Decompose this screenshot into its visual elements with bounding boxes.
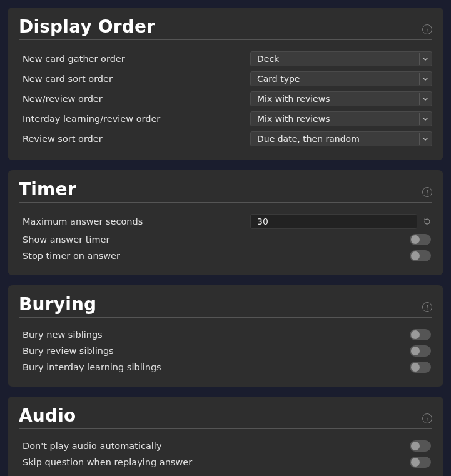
display-order-header: Display Order i <box>19 16 432 40</box>
toggle-knob <box>411 442 420 450</box>
bury-new-siblings-label: Bury new siblings <box>19 330 250 340</box>
review-sort-order-row: Review sort order Due date, then random <box>19 129 432 149</box>
select-value: Mix with reviews <box>257 114 330 124</box>
chevron-down-icon <box>419 73 428 85</box>
bury-review-siblings-toggle[interactable] <box>410 345 431 357</box>
burying-header: Burying i <box>19 294 432 318</box>
select-value: Due date, then random <box>257 134 360 144</box>
stop-timer-on-answer-toggle[interactable] <box>410 250 431 261</box>
bury-interday-learning-siblings-row: Bury interday learning siblings <box>19 359 432 375</box>
burying-panel: Burying i Bury new siblings Bury review … <box>8 285 443 387</box>
new-review-order-row: New/review order Mix with reviews <box>19 89 432 109</box>
input-value: 30 <box>257 216 268 226</box>
chevron-down-icon <box>419 53 428 65</box>
info-icon[interactable]: i <box>422 24 432 34</box>
bury-interday-learning-siblings-toggle[interactable] <box>410 362 431 373</box>
review-sort-order-select[interactable]: Due date, then random <box>250 131 432 146</box>
interday-learning-review-order-label: Interday learning/review order <box>19 114 250 124</box>
stop-timer-on-answer-label: Stop timer on answer <box>19 251 250 261</box>
chevron-down-icon <box>419 113 428 125</box>
toggle-knob <box>411 235 420 244</box>
audio-header: Audio i <box>19 405 432 429</box>
info-icon[interactable]: i <box>422 187 432 197</box>
maximum-answer-seconds-row: Maximum answer seconds 30 <box>19 211 432 231</box>
info-icon[interactable]: i <box>422 413 432 423</box>
bury-new-siblings-row: Bury new siblings <box>19 327 432 343</box>
dont-play-audio-automatically-label: Don't play audio automatically <box>19 441 250 451</box>
new-card-gather-order-label: New card gather order <box>19 54 250 64</box>
select-value: Card type <box>257 74 300 84</box>
maximum-answer-seconds-label: Maximum answer seconds <box>19 216 250 226</box>
interday-learning-review-order-row: Interday learning/review order Mix with … <box>19 109 432 129</box>
timer-header: Timer i <box>19 179 432 203</box>
show-answer-timer-label: Show answer timer <box>19 235 250 245</box>
new-review-order-label: New/review order <box>19 94 250 104</box>
bury-review-siblings-row: Bury review siblings <box>19 343 432 359</box>
show-answer-timer-row: Show answer timer <box>19 231 432 248</box>
dont-play-audio-automatically-row: Don't play audio automatically <box>19 438 432 454</box>
bury-interday-learning-siblings-label: Bury interday learning siblings <box>19 362 250 372</box>
new-review-order-select[interactable]: Mix with reviews <box>250 91 432 106</box>
interday-learning-review-order-select[interactable]: Mix with reviews <box>250 111 432 126</box>
new-card-gather-order-row: New card gather order Deck <box>19 49 432 69</box>
toggle-knob <box>411 251 420 260</box>
timer-panel: Timer i Maximum answer seconds 30 Show a… <box>8 170 443 275</box>
select-value: Deck <box>257 54 279 64</box>
show-answer-timer-toggle[interactable] <box>410 234 431 245</box>
audio-title: Audio <box>19 405 76 426</box>
new-card-gather-order-select[interactable]: Deck <box>250 51 432 66</box>
maximum-answer-seconds-input[interactable]: 30 <box>250 214 417 229</box>
toggle-knob <box>411 347 420 355</box>
new-card-sort-order-select[interactable]: Card type <box>250 71 432 86</box>
display-order-title: Display Order <box>19 16 155 37</box>
review-sort-order-label: Review sort order <box>19 134 250 144</box>
select-value: Mix with reviews <box>257 94 330 104</box>
new-card-sort-order-row: New card sort order Card type <box>19 69 432 89</box>
info-icon[interactable]: i <box>422 302 432 312</box>
chevron-down-icon <box>419 93 428 105</box>
skip-question-when-replaying-answer-row: Skip question when replaying answer <box>19 454 432 470</box>
audio-panel: Audio i Don't play audio automatically S… <box>8 397 443 476</box>
skip-question-when-replaying-answer-toggle[interactable] <box>410 457 431 468</box>
bury-new-siblings-toggle[interactable] <box>410 329 431 340</box>
toggle-knob <box>411 330 420 339</box>
timer-title: Timer <box>19 179 76 200</box>
toggle-knob <box>411 458 420 467</box>
display-order-panel: Display Order i New card gather order De… <box>8 8 443 160</box>
reset-icon[interactable] <box>422 216 432 226</box>
skip-question-when-replaying-answer-label: Skip question when replaying answer <box>19 457 250 467</box>
stop-timer-on-answer-row: Stop timer on answer <box>19 248 432 264</box>
burying-title: Burying <box>19 294 96 315</box>
chevron-down-icon <box>419 133 428 145</box>
bury-review-siblings-label: Bury review siblings <box>19 346 250 356</box>
dont-play-audio-automatically-toggle[interactable] <box>410 440 431 452</box>
toggle-knob <box>411 363 420 372</box>
new-card-sort-order-label: New card sort order <box>19 74 250 84</box>
